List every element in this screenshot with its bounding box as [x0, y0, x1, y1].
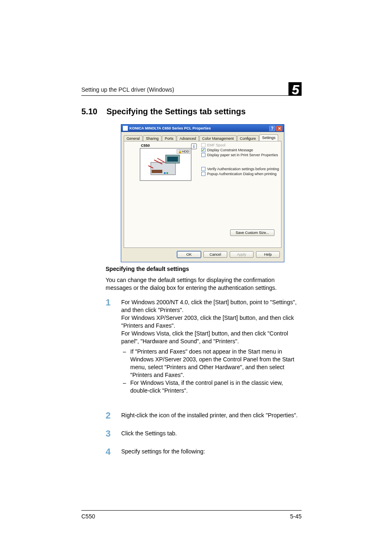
tab-color-management[interactable]: Color Management: [199, 135, 237, 141]
step-2: 2 Right-click the icon of the installed …: [121, 412, 302, 419]
tab-advanced[interactable]: Advanced: [177, 135, 199, 141]
help-button[interactable]: Help: [256, 251, 280, 258]
titlebar-close-button[interactable]: ✕: [276, 126, 282, 131]
step1-line-a: For Windows 2000/NT 4.0, click the [Star…: [121, 298, 302, 314]
checkbox-display-paperset[interactable]: [201, 153, 205, 157]
step-number-4: 4: [106, 448, 111, 456]
svg-rect-2: [167, 157, 178, 162]
label-display-constraint: Display Constraint Message: [207, 148, 253, 152]
step2-text: Right-click the icon of the installed pr…: [121, 412, 302, 419]
checkbox-verify-auth[interactable]: [201, 167, 205, 171]
tab-sharing[interactable]: Sharing: [143, 135, 161, 141]
running-header: Setting up the PCL driver (Windows): [81, 86, 174, 93]
label-popup-auth: Popup Authentication Dialog when printin…: [207, 172, 277, 176]
footer-rule: [81, 510, 302, 511]
dialog-title: KONICA MINOLTA C650 Series PCL Propertie…: [129, 126, 211, 130]
dialog-titlebar[interactable]: KONICA MINOLTA C650 Series PCL Propertie…: [121, 125, 284, 132]
intro-paragraph: You can change the default settings for …: [106, 276, 302, 292]
dialog-button-row: OK Cancel Apply Help: [121, 250, 284, 262]
step-4: 4 Specify settings for the following:: [121, 448, 302, 456]
step-3: 3 Click the Settings tab.: [121, 430, 302, 437]
window-icon: [123, 126, 128, 131]
svg-rect-7: [166, 172, 168, 174]
header-rule: [81, 95, 302, 96]
step-number-2: 2: [106, 412, 111, 419]
section-number: 5.10: [81, 107, 97, 116]
step3-text: Click the Settings tab.: [121, 430, 302, 437]
chapter-number: 5: [292, 82, 299, 97]
step-number-3: 3: [106, 430, 111, 437]
step-number-1: 1: [106, 298, 111, 306]
step-1: 1 For Windows 2000/NT 4.0, click the [St…: [121, 298, 302, 395]
tab-general[interactable]: General: [124, 135, 143, 141]
step1-sub1: If "Printers and Faxes" does not appear …: [121, 348, 302, 379]
printer-preview: C550 🔒HDD i: [140, 148, 191, 181]
tab-configure[interactable]: Configure: [237, 135, 259, 141]
printer-model-label: C550: [140, 143, 151, 148]
section-heading: 5.10Specifying the Settings tab settings: [81, 107, 246, 116]
save-custom-size-button[interactable]: Save Custom Size...: [230, 229, 274, 236]
printer-illustration-icon: [145, 153, 186, 179]
printer-info-button[interactable]: i: [191, 143, 197, 149]
options-group: EMF Spool ✔ Display Constraint Message D…: [201, 143, 279, 177]
footer-model: C550: [81, 513, 95, 520]
checkbox-emf-spool: [201, 143, 205, 147]
label-display-paperset: Display paper set in Print Server Proper…: [207, 153, 278, 157]
step1-line-c: For Windows Vista, click the [Start] but…: [121, 330, 302, 345]
tab-panel-settings: C550 🔒HDD i EMF Spool: [124, 141, 281, 248]
tab-row: General Sharing Ports Advanced Color Man…: [121, 132, 284, 141]
checkbox-display-constraint[interactable]: ✔: [201, 148, 205, 152]
tab-ports[interactable]: Ports: [162, 135, 176, 141]
cancel-button[interactable]: Cancel: [203, 251, 227, 258]
step4-text: Specify settings for the following:: [121, 448, 302, 456]
titlebar-help-button[interactable]: ?: [269, 126, 275, 131]
tab-settings[interactable]: Settings: [259, 134, 279, 141]
step1-sub2: For Windows Vista, if the control panel …: [121, 379, 302, 395]
svg-rect-3: [152, 170, 162, 173]
svg-rect-8: [164, 172, 166, 174]
footer-page-number: 5-45: [290, 513, 302, 520]
ok-button[interactable]: OK: [177, 251, 201, 258]
step1-line-b: For Windows XP/Server 2003, click the [S…: [121, 314, 302, 330]
section-title: Specifying the Settings tab settings: [106, 107, 246, 116]
label-emf-spool: EMF Spool: [207, 143, 226, 147]
apply-button: Apply: [230, 251, 254, 258]
checkbox-popup-auth[interactable]: [201, 172, 205, 176]
label-verify-auth: Verify Authentication settings before pr…: [207, 167, 279, 171]
properties-dialog: KONICA MINOLTA C650 Series PCL Propertie…: [121, 125, 284, 262]
subsection-heading: Specifying the default settings: [106, 265, 302, 273]
